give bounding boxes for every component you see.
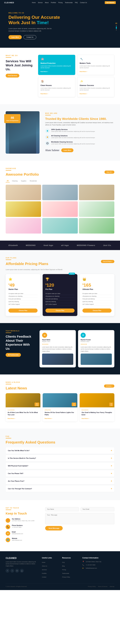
nav-home[interactable]: Home [32,2,36,4]
portfolio-item-7[interactable] [42,218,78,234]
filter-all[interactable]: All [6,180,10,182]
portfolio-item-4[interactable] [42,201,78,217]
portfolio-item-2[interactable] [79,185,114,200]
news-divider [6,384,11,384]
pricing-section: OUR PLANS Affordable Pricing Plans Find … [0,250,120,323]
services-divider [6,57,11,58]
services-wrap: WHAT WE DO Services You Will Work Just J… [6,55,114,97]
faq-toggle-0[interactable]: + [111,449,112,452]
news-image-0: 99Sept [6,393,40,407]
testimonial-card-0: H Hazel Bello Regular Client ★★★★★ Lorem… [40,330,76,368]
footer-link-about[interactable]: About Us [42,565,47,567]
hero-dot-3[interactable] [116,30,117,30]
faq-toggle-5[interactable]: + [111,488,112,490]
hero-dot-1[interactable] [116,25,117,26]
quality-icon [45,129,50,133]
footer-link-services[interactable]: Services [42,569,47,570]
footer-terms-link[interactable]: Terms of Service [98,586,108,587]
footer-privacy-link[interactable]: Privacy Policy [88,586,96,587]
contact-website: 🌐 Website www.cleaned.com [6,538,40,542]
pricing-choose-button-2[interactable]: Choose Plan [82,308,112,312]
news-read-more-1[interactable]: Read More » [44,418,52,419]
faq-toggle-2[interactable]: + [111,464,112,467]
service-link-1[interactable]: Read More » [80,71,87,72]
contact-send-button[interactable]: Send Message [45,526,63,530]
testimonials-section: TESTIMONIALS Clients Feedback About Thei… [0,323,120,374]
footer-link-portfolio[interactable]: Portfolio [42,573,46,574]
footer-resource-testimonials[interactable]: Testimonials [62,573,69,574]
news-all-button[interactable]: All News » [104,384,114,388]
footer-resource-blog[interactable]: Blog [62,565,65,567]
footer-resource-pricing[interactable]: Pricing [62,569,66,570]
hero-contact-button[interactable]: Contact Us [24,35,36,39]
testimonials-all-button[interactable]: All Testimonials [6,353,21,357]
footer-address-icon: 📍 [82,561,84,563]
portfolio-item-1[interactable] [42,185,78,200]
pricing-choose-button-1[interactable]: Choose Plan [46,308,74,312]
navbar-cta-button[interactable]: Get Started [105,1,116,4]
portfolio-item-0[interactable] [6,185,41,200]
contact-name-input[interactable] [45,507,79,511]
hero-dot-2[interactable] [116,26,117,29]
nav-portfolio[interactable]: Portfolio [51,2,56,4]
brands-section: Elizabeth WEDDING food logo alt logo WED… [0,240,120,250]
service-link-3[interactable]: Read More » [80,93,87,94]
social-linkedin[interactable]: in [15,569,19,572]
news-read-more-2[interactable]: Read More » [82,418,89,419]
pricing-title: Affordable Pricing Plans [6,262,48,266]
footer-email-icon: ✉ [82,567,84,569]
contact-email-input[interactable] [80,507,114,511]
social-twitter[interactable]: t [10,569,14,572]
brand-3: alt logo [61,244,69,246]
faq-item-0[interactable]: Can You Tell Me What To Do? + [6,447,114,454]
faq-item-1[interactable]: Is This Service Worth In The Country? + [6,455,114,462]
services-left: WHAT WE DO Services You Will Work Just J… [6,55,34,78]
services-find-button[interactable]: Find Services [6,74,19,78]
pricing-all-plans-button[interactable]: Find All Plans » [101,260,114,263]
faq-item-3[interactable]: Can You Please Tell? + [6,470,114,477]
service-link-2[interactable]: Read More » [40,93,48,94]
about-learn-more-button[interactable]: Learn More [61,148,74,152]
nav-service[interactable]: Service [38,2,43,4]
services-sublabel: WHAT WE DO [6,55,34,56]
social-facebook[interactable]: f [6,569,9,572]
about-right: WHO WE ARE Trusted By Worldwide Clients … [45,112,114,152]
portfolio-view-all-button[interactable]: View All » [104,170,114,174]
pricing-choose-button-0[interactable]: Choose Plan [8,308,38,312]
service-link-0[interactable]: Read More » [40,71,48,72]
faq-item-2[interactable]: Will Physical Fund Update? + [6,462,114,469]
hero-title: Delivering Our Accurate Work Just In Tim… [8,14,65,26]
brand-4: WEDDING Flowers [77,244,95,246]
hero-learn-more-button[interactable]: Learn More [8,35,22,39]
pricing-feature-0-3: Quick dry cleaning [8,300,38,303]
portfolio-item-3[interactable] [6,201,41,217]
footer-resource-faq[interactable]: FAQ [62,562,65,563]
faq-item-4[interactable]: Are Your Places Free? + [6,478,114,484]
filter-supplies[interactable]: Supplies [20,180,28,182]
portfolio-item-6[interactable] [6,218,41,234]
nav-faq[interactable]: FAQ [75,2,78,4]
portfolio-item-5[interactable] [79,201,114,217]
faq-toggle-1[interactable]: + [111,457,112,460]
news-header: NEWS & BLOGS Latest News All News » [6,382,114,390]
faq-toggle-3[interactable]: + [111,472,112,475]
footer-link-home[interactable]: Home [42,562,45,563]
nav-pricing[interactable]: Pricing [58,2,63,4]
nav-contact[interactable]: Contact Us [80,2,87,4]
footer-address-item: 📍 123 Main Street, Clean City [82,561,114,563]
news-read-more-0[interactable]: Read More » [8,418,15,419]
footer-link-contact[interactable]: Contact [42,576,46,578]
filter-residential[interactable]: Residential [29,180,38,182]
faq-toggle-4[interactable]: + [111,480,112,482]
nav-testimonials[interactable]: Testimonials [65,2,72,4]
pricing-card-0: ⭐ $49 Starter Plan 10 square meter per c… [6,274,40,316]
brand-0: Elizabeth [8,244,18,246]
contact-message-input[interactable] [45,513,114,524]
faq-item-5[interactable]: Can I Go Through The Contract? + [6,486,114,492]
filter-cleaning[interactable]: Cleaning [11,180,19,182]
portfolio-item-8[interactable] [79,218,114,234]
footer-sitemap-link[interactable]: Sitemap [110,586,114,587]
footer-resource-privacy[interactable]: Privacy Policy [62,576,70,578]
nav-about[interactable]: About [45,2,48,4]
social-google[interactable]: g [20,569,24,572]
